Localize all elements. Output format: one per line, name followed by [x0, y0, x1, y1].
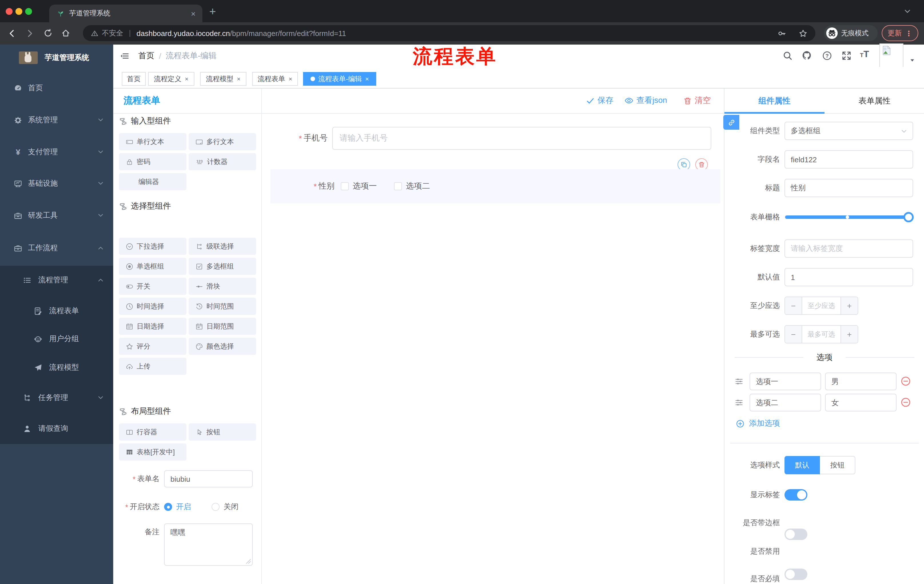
tabstrip-chevron-icon[interactable]: [903, 7, 911, 15]
form-grid-slider[interactable]: [785, 216, 910, 219]
sidebar-item-infra[interactable]: 基础设施: [0, 170, 113, 197]
window-close-button[interactable]: [6, 8, 13, 15]
sidebar-item-payment[interactable]: ¥ 支付管理: [0, 138, 113, 166]
component-chip-date-picker[interactable]: 日期选择: [119, 318, 186, 335]
show-label-toggle[interactable]: [784, 489, 807, 500]
save-button[interactable]: 保存: [586, 95, 614, 106]
form-remark-textarea[interactable]: 嘿嘿: [164, 523, 253, 566]
radio-on-label[interactable]: 开启: [176, 502, 191, 512]
window-zoom-button[interactable]: [25, 8, 32, 15]
stepper-plus-button[interactable]: +: [840, 326, 858, 343]
stepper-minus-button[interactable]: −: [785, 326, 802, 343]
remove-option-icon[interactable]: [901, 376, 911, 386]
style-default-button[interactable]: 默认: [784, 456, 820, 474]
fullscreen-icon[interactable]: [842, 51, 851, 61]
tag-close-icon[interactable]: ×: [185, 76, 189, 82]
component-type-select[interactable]: 多选框组: [784, 122, 913, 140]
sidebar-item-task-mgmt[interactable]: 任务管理: [0, 384, 113, 411]
reload-icon[interactable]: [43, 29, 53, 38]
new-tab-button[interactable]: +: [209, 5, 216, 18]
phone-field-input[interactable]: 请输入手机号: [332, 127, 711, 150]
tab-close-icon[interactable]: ×: [191, 9, 196, 18]
drag-handle-icon[interactable]: [735, 398, 743, 407]
tag-home[interactable]: 首页: [122, 72, 146, 86]
update-button[interactable]: 更新 ⋮: [882, 25, 918, 41]
sidebar-item-process-form[interactable]: 流程表单: [0, 297, 113, 324]
default-value-input[interactable]: 1: [784, 268, 913, 286]
stepper-plus-button[interactable]: +: [840, 297, 858, 314]
gender-option1-label[interactable]: 选项一: [353, 181, 377, 191]
option1-value-input[interactable]: 男: [825, 373, 896, 390]
sidebar-logo[interactable]: 芋道管理系统: [19, 50, 89, 65]
component-chip-upload[interactable]: 上传: [119, 358, 186, 375]
help-icon[interactable]: [822, 51, 832, 61]
selected-widget-gender[interactable]: *性别 选项一 选项二: [271, 169, 721, 204]
slider-handle[interactable]: [903, 212, 914, 222]
component-chip-time-picker[interactable]: 时间选择: [119, 298, 186, 315]
bookmark-star-icon[interactable]: [799, 29, 807, 38]
tag-close-icon[interactable]: ×: [365, 76, 369, 82]
component-chip-slider[interactable]: 滑块: [189, 278, 256, 295]
component-chip-radio-group[interactable]: 单选框组: [119, 258, 186, 275]
option2-label-input[interactable]: 选项二: [750, 394, 821, 411]
field-name-input[interactable]: field122: [784, 150, 913, 169]
add-option-button[interactable]: 添加选项: [736, 418, 780, 429]
component-chip-date-range[interactable]: 日期范围: [189, 318, 256, 335]
checkbox-icon[interactable]: [394, 182, 402, 190]
border-toggle[interactable]: [784, 528, 807, 540]
tab-component-props[interactable]: 组件属性: [724, 96, 825, 106]
github-icon[interactable]: [802, 50, 812, 61]
component-chip-cascade[interactable]: 级联选择: [189, 238, 256, 255]
avatar-caret-icon[interactable]: [909, 57, 916, 63]
search-icon[interactable]: [783, 51, 792, 61]
sidebar-item-devtools[interactable]: 研发工具: [0, 202, 113, 229]
stepper-value[interactable]: 最多可选: [802, 326, 840, 343]
component-chip-color-picker[interactable]: 颜色选择: [189, 338, 256, 355]
drag-handle-icon[interactable]: [735, 377, 743, 386]
component-chip-time-range[interactable]: 时间范围: [189, 298, 256, 315]
component-chip-dropdown[interactable]: 下拉选择: [119, 238, 186, 255]
password-key-icon[interactable]: [778, 29, 786, 38]
breadcrumb-home[interactable]: 首页: [139, 51, 154, 61]
tag-process-definition[interactable]: 流程定义×: [148, 72, 195, 86]
gender-option2-label[interactable]: 选项二: [406, 181, 430, 191]
stepper-minus-button[interactable]: −: [785, 297, 802, 314]
component-chip-counter[interactable]: 计数器: [189, 153, 256, 170]
tag-close-icon[interactable]: ×: [237, 76, 241, 82]
sidebar-item-process-model[interactable]: 流程模型: [0, 354, 113, 381]
tag-close-icon[interactable]: ×: [289, 76, 292, 82]
browser-tab[interactable]: 芋道管理系统 ×: [49, 5, 202, 22]
radio-off-icon[interactable]: [211, 503, 219, 511]
radio-off-label[interactable]: 关闭: [224, 502, 238, 512]
sidebar-item-home[interactable]: 首页: [0, 74, 113, 102]
component-chip-single-text[interactable]: 单行文本: [119, 133, 186, 150]
sidebar-item-leave-query[interactable]: 请假查询: [0, 415, 113, 442]
tag-process-form[interactable]: 流程表单×: [252, 72, 298, 86]
component-chip-password[interactable]: 密码: [119, 153, 186, 170]
component-chip-editor[interactable]: 编辑器: [119, 173, 186, 190]
component-chip-table-dev[interactable]: 表格[开发中]: [119, 443, 186, 461]
label-width-input[interactable]: 请输入标签宽度: [784, 239, 913, 258]
component-chip-checkbox-group[interactable]: 多选框组: [189, 258, 256, 275]
disabled-toggle[interactable]: [784, 569, 807, 580]
window-minimize-button[interactable]: [15, 8, 22, 15]
view-json-button[interactable]: 查看json: [624, 95, 667, 106]
sidebar-item-user-group[interactable]: 用户分组: [0, 325, 113, 352]
font-size-icon[interactable]: TT: [860, 49, 869, 59]
clear-button[interactable]: 清空: [683, 95, 711, 106]
component-chip-button[interactable]: 按钮: [189, 423, 256, 441]
checkbox-icon[interactable]: [341, 182, 349, 190]
avatar[interactable]: [879, 43, 903, 67]
resize-handle-icon[interactable]: [246, 559, 251, 564]
forward-icon[interactable]: [25, 29, 35, 38]
back-icon[interactable]: [7, 29, 16, 38]
home-icon[interactable]: [61, 29, 70, 38]
sidebar-item-workflow[interactable]: 工作流程: [0, 234, 113, 262]
option2-value-input[interactable]: 女: [825, 394, 896, 411]
browser-menu-dots-icon[interactable]: ⋮: [906, 29, 912, 38]
style-button-button[interactable]: 按钮: [820, 456, 855, 474]
tab-form-props[interactable]: 表单属性: [825, 96, 924, 106]
tag-process-model[interactable]: 流程模型×: [200, 72, 246, 86]
radio-on-icon[interactable]: [164, 503, 172, 511]
title-input[interactable]: 性别: [784, 179, 913, 197]
